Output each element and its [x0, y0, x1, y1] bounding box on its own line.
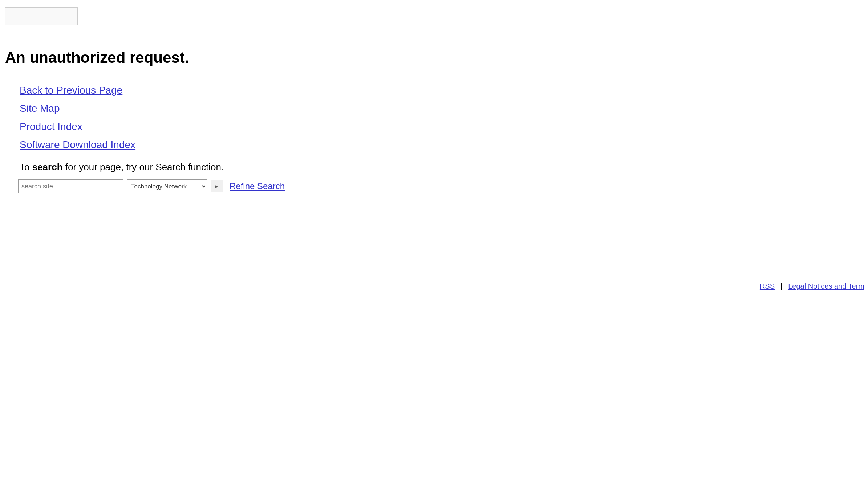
- rss-link[interactable]: RSS: [760, 282, 775, 290]
- search-go-button[interactable]: ►: [211, 180, 223, 192]
- footer-area: RSS | Legal Notices and Term: [760, 282, 868, 290]
- instruction-suffix: for your page, try our Search function.: [63, 162, 224, 172]
- back-to-previous-link[interactable]: Back to Previous Page: [20, 85, 868, 96]
- legal-notices-link[interactable]: Legal Notices and Term: [788, 282, 864, 290]
- instruction-prefix: To: [20, 162, 32, 172]
- instruction-bold: search: [32, 162, 63, 172]
- search-input[interactable]: [18, 179, 123, 193]
- links-section: Back to Previous Page Site Map Product I…: [20, 85, 868, 151]
- main-content: An unauthorized request. Back to Previou…: [0, 49, 868, 193]
- search-select[interactable]: Technology Network All Oracle Sites Docu…: [127, 179, 207, 193]
- site-map-link[interactable]: Site Map: [20, 103, 868, 114]
- search-row: Technology Network All Oracle Sites Docu…: [18, 179, 868, 193]
- go-icon: ►: [215, 184, 219, 189]
- product-index-link[interactable]: Product Index: [20, 121, 868, 133]
- logo-area: [5, 7, 868, 27]
- page-title: An unauthorized request.: [5, 49, 868, 66]
- search-instruction: To search for your page, try our Search …: [20, 162, 868, 173]
- page-wrapper: An unauthorized request. Back to Previou…: [0, 0, 868, 501]
- logo-image: [5, 7, 78, 25]
- footer-separator: |: [780, 282, 782, 290]
- refine-search-link[interactable]: Refine Search: [230, 181, 285, 191]
- software-download-link[interactable]: Software Download Index: [20, 139, 868, 151]
